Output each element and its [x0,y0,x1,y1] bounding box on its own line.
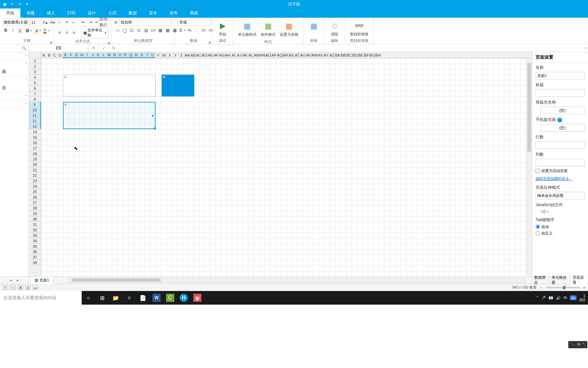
bottom-tab-pagesettings[interactable]: 页面设置 [571,274,588,286]
font-size-select[interactable] [30,19,41,26]
col-header-AH[interactable]: AH [225,52,231,58]
col-header-AT[interactable]: AT [294,52,300,58]
formula-expand-icon[interactable]: ▾ [585,46,587,50]
col-header-BH[interactable]: BH [375,52,381,58]
col-header-B[interactable]: B [47,52,52,58]
align-top-icon[interactable]: ⌐ [56,19,63,26]
col-header-N[interactable]: N [112,52,117,58]
font-family-select[interactable] [3,19,29,26]
vertical-scrollbar[interactable] [526,58,532,276]
number-dialog-launcher-icon[interactable]: ◢ [208,40,211,44]
view-mode-3-icon[interactable]: ▦ [18,285,23,290]
sheet-tab-1[interactable]: 页面1 [30,276,53,284]
col-header-E[interactable]: E [63,52,68,58]
celltype-radio-icon[interactable]: ⊙ [136,27,142,34]
startup-page-checkbox[interactable]: 设置为启动页面 [532,167,588,175]
row-header-29[interactable]: 29 [29,211,41,216]
col-header-BB[interactable]: BB [341,52,346,58]
cancel-edit-icon[interactable]: ✕ [88,44,99,52]
outdent-icon[interactable]: ⇤ [80,19,86,26]
font-dialog-launcher-icon[interactable]: ◢ [50,40,52,44]
row-header-13[interactable]: 13 [29,124,41,129]
recorder-icon[interactable]: ◉ [193,294,201,302]
search-icon[interactable]: 🔍 [22,46,27,50]
italic-button[interactable]: I [10,27,16,34]
tab-security[interactable]: 安全 [143,9,163,18]
tab-home[interactable]: 开始 [0,9,20,18]
col-header-BC[interactable]: BC [346,52,352,58]
col-header-P[interactable]: P [123,52,128,58]
camtasia-icon[interactable]: C [166,294,174,302]
zoom-knob[interactable] [563,286,566,289]
align-right-icon[interactable]: ≡ [71,29,77,36]
formula-input[interactable]: ▾ [119,44,588,52]
col-header-BF[interactable]: BF [364,52,370,58]
qat-app-icon[interactable]: ▣ [2,2,7,7]
left-item-sheet[interactable]: 页 [0,84,29,92]
row-header-14[interactable]: 14 [29,129,41,135]
col-header-O[interactable]: O [117,52,123,58]
celltype-button-icon[interactable]: ◯ [121,27,128,34]
col-header-AX[interactable]: AX [317,52,323,58]
select-all-corner[interactable] [29,52,41,58]
col-header-AB[interactable]: AB [190,52,196,58]
row-header-16[interactable]: 16 [29,140,41,145]
task-view-icon[interactable]: ⊞ [95,291,109,305]
celltype-number-icon[interactable]: 123 [150,27,156,34]
row-header-36[interactable]: 36 [29,249,41,255]
col-header-BA[interactable]: BA [335,52,341,58]
align-left-icon[interactable]: ≡ [56,29,63,36]
tray-mail-icon[interactable]: 📧 [549,296,553,300]
merge-cells-button[interactable]: ▦合并单元格▾ [81,27,109,39]
col-header-U[interactable]: U [150,52,156,58]
indent-icon[interactable]: ⇥ [87,19,94,26]
col-header-R[interactable]: R [134,52,139,58]
cell-style-button[interactable]: ▦单元格样式 [236,19,259,39]
wrap-text-button[interactable]: ↩自动换行 [95,19,109,26]
col-header-AZ[interactable]: AZ [329,52,335,58]
col-header-AL[interactable]: AL [248,52,254,58]
col-header-AO[interactable]: AO [265,52,271,58]
row-header-27[interactable]: 27 [29,200,41,205]
cortana-icon[interactable]: ○ [82,291,95,305]
tray-mic-icon[interactable]: 🎤 [541,296,546,300]
row-header-32[interactable]: 32 [29,227,41,233]
increase-decimal-icon[interactable]: .00↑ [201,27,207,34]
col-header-AF[interactable]: AF [213,52,219,58]
row-header-4[interactable]: 4 [29,75,41,80]
col-header-M[interactable]: M [107,52,112,58]
edge-icon[interactable]: e [122,291,136,305]
taskbar-clock[interactable]: 1 202 [579,294,585,302]
ime-floating-badge[interactable]: 🐾 中 °, [568,341,587,348]
col-header-S[interactable]: S [139,52,145,58]
col-header-AS[interactable]: AS [289,52,294,58]
left-section-1-toggle[interactable]: ˄ [0,52,29,60]
row-header-23[interactable]: 23 [29,178,41,184]
col-header-K[interactable]: K [96,52,101,58]
blue-shape[interactable] [162,75,194,96]
grow-font-icon[interactable]: A▴ [42,19,48,26]
col-header-X[interactable]: X [167,52,173,58]
qat-dropdown-icon[interactable]: ▾ [24,2,30,7]
row-header-26[interactable]: 26 [29,195,41,200]
col-header-AR[interactable]: AR [283,52,289,58]
col-header-AC[interactable]: AC [196,52,202,58]
row-count-input[interactable] [536,141,585,149]
row-header-19[interactable]: 19 [29,156,41,162]
col-header-V[interactable]: V [156,52,161,58]
format-as-table-button[interactable]: ▦设置为表格 [278,19,300,39]
col-header-A[interactable]: A [41,52,47,58]
col-header-Z[interactable]: Z [179,52,184,58]
col-header-AU[interactable]: AU [300,52,306,58]
fill-color-button[interactable]: ◢▾ [33,27,41,34]
row-header-22[interactable]: 22 [29,173,41,178]
align-middle-icon[interactable]: ≡ [64,19,70,26]
celltype-grid1-icon[interactable]: ▦ [157,27,163,34]
row-header-25[interactable]: 25 [29,189,41,195]
align-dialog-launcher-icon[interactable]: ◢ [108,41,110,44]
col-header-AP[interactable]: AP [271,52,277,58]
zoom-in-icon[interactable]: + [583,286,585,290]
col-header-AV[interactable]: AV [306,52,312,58]
col-header-AA[interactable]: AA [184,52,190,58]
col-header-L[interactable]: L [101,52,107,58]
